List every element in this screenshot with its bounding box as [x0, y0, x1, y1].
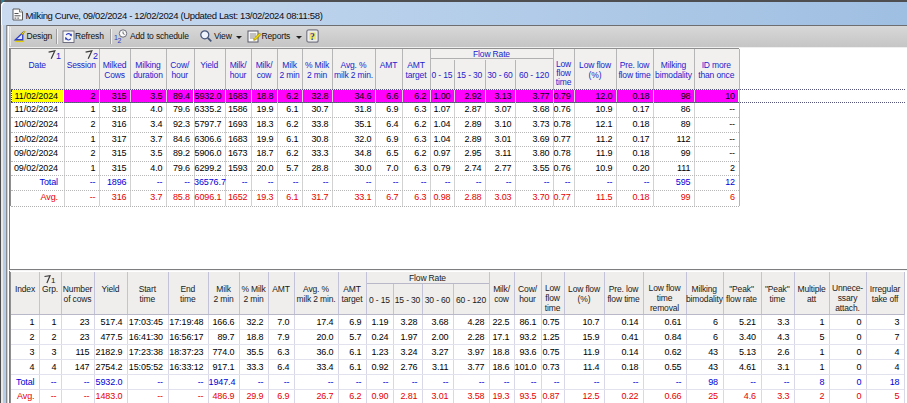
svg-text:1: 1	[56, 51, 61, 60]
svg-text:1: 1	[51, 276, 56, 284]
svg-text:?: ?	[310, 32, 315, 42]
svg-text:2: 2	[118, 37, 122, 44]
svg-text:2: 2	[93, 51, 98, 60]
